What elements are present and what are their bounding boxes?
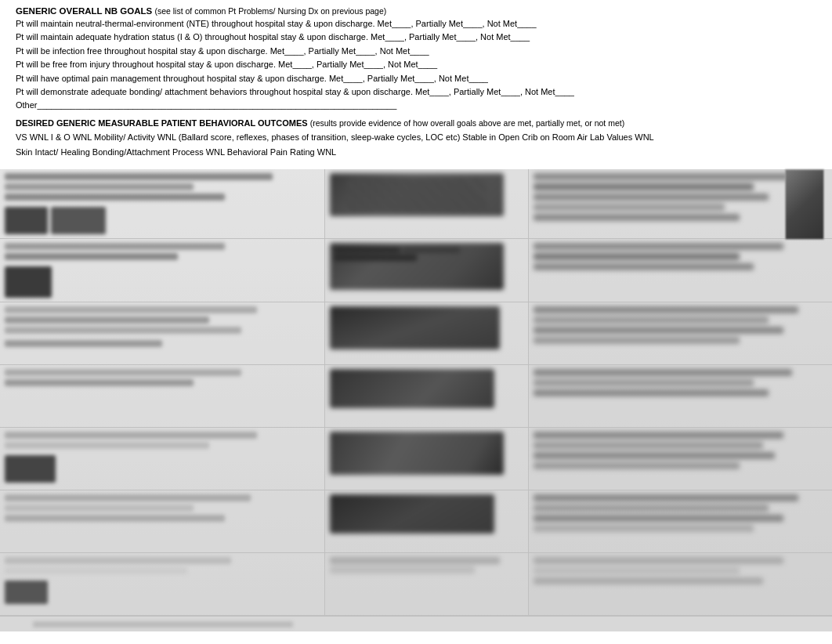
- grid-cell-2-1: [0, 239, 325, 302]
- lower-section: [0, 169, 832, 631]
- grid-cell-5-3: [529, 428, 832, 490]
- grid-cell-2-3: [529, 239, 832, 302]
- grid-row-1: [0, 169, 832, 239]
- grid-row-3: [0, 302, 832, 365]
- desired-title: DESIRED GENERIC MEASURABLE PATIENT BEHAV…: [16, 117, 816, 130]
- goal-1-text: Pt will maintain neutral-thermal-environ…: [16, 19, 537, 28]
- grid-cell-6-2: [325, 490, 529, 552]
- top-section: GENERIC OVERALL NB GOALS (see list of co…: [0, 0, 832, 163]
- grid-cell-7-3: [529, 553, 832, 615]
- grid-cell-3-1: [0, 302, 325, 364]
- grid-cell-4-2: [325, 365, 529, 427]
- grid-cell-3-3: [529, 302, 832, 364]
- grid-cell-5-1: [0, 428, 325, 490]
- corner-image: [785, 169, 824, 240]
- desired-section: DESIRED GENERIC MEASURABLE PATIENT BEHAV…: [16, 117, 816, 159]
- grid-row-6: [0, 490, 832, 553]
- grid-cell-7-1: [0, 553, 325, 615]
- goal-1: Pt will maintain neutral-thermal-environ…: [16, 18, 816, 30]
- grid-cell-2-2: [325, 239, 529, 302]
- bottom-strip: [0, 616, 832, 631]
- goal-5-text: Pt will have optimal pain management thr…: [16, 74, 488, 83]
- goal-5: Pt will have optimal pain management thr…: [16, 73, 816, 85]
- grid-cell-4-3: [529, 365, 832, 427]
- desired-items-row2: Skin Intact/ Healing Bonding/Attachment …: [16, 146, 816, 159]
- grid-cell-5-2: [325, 428, 529, 490]
- grid-cell-7-2: [325, 553, 529, 615]
- title-text: GENERIC OVERALL NB GOALS: [16, 6, 152, 16]
- grid-cell-1-2: [325, 169, 529, 238]
- grid-cell-1-1: [0, 169, 325, 238]
- subtitle-text: (see list of common Pt Problems/ Nursing…: [154, 6, 386, 16]
- goal-6-text: Pt will demonstrate adequate bonding/ at…: [16, 87, 574, 96]
- goal-7-text: Other___________________________________…: [16, 100, 396, 110]
- goal-6: Pt will demonstrate adequate bonding/ at…: [16, 86, 816, 98]
- grid-row-5: [0, 428, 832, 490]
- page-title: GENERIC OVERALL NB GOALS (see list of co…: [16, 6, 816, 16]
- grid-row-4: [0, 365, 832, 428]
- goal-2-text: Pt will maintain adequate hydration stat…: [16, 32, 530, 42]
- goal-7: Other___________________________________…: [16, 99, 816, 111]
- page-container: GENERIC OVERALL NB GOALS (see list of co…: [0, 0, 832, 644]
- goal-3: Pt will be infection free throughout hos…: [16, 45, 816, 57]
- goal-4: Pt will be free from injury throughout h…: [16, 59, 816, 71]
- grid-row-7: [0, 553, 832, 616]
- desired-items-row1: VS WNL I & O WNL Mobility/ Activity WNL …: [16, 131, 816, 144]
- goal-3-text: Pt will be infection free throughout hos…: [16, 46, 429, 56]
- blurred-content-area: [0, 169, 832, 631]
- grid-cell-4-1: [0, 365, 325, 427]
- goal-4-text: Pt will be free from injury throughout h…: [16, 60, 437, 69]
- grid-cell-6-3: [529, 490, 832, 552]
- grid-cell-3-2: [325, 302, 529, 364]
- grid-row-2: [0, 239, 832, 302]
- grid-cell-6-1: [0, 490, 325, 552]
- goal-2: Pt will maintain adequate hydration stat…: [16, 31, 816, 43]
